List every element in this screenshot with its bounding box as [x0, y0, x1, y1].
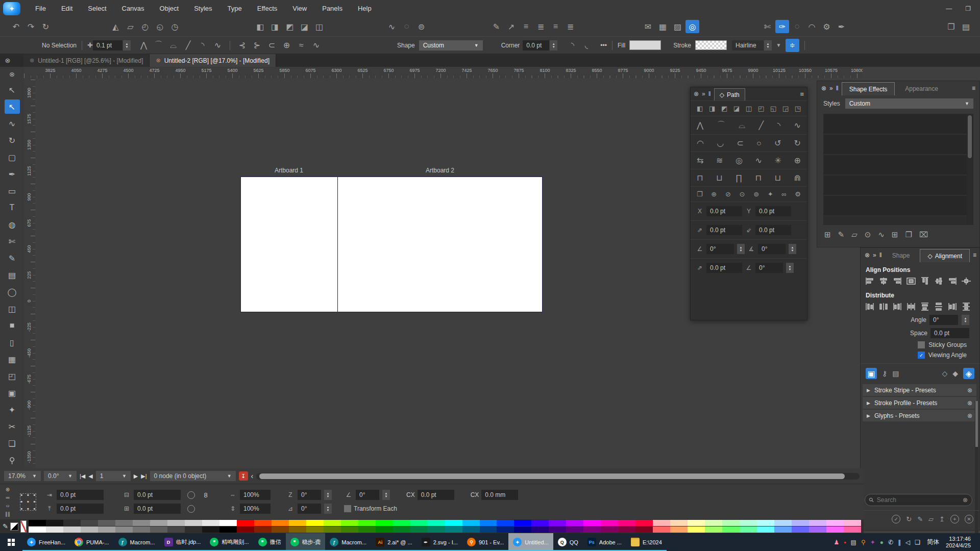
tray-printer-icon[interactable]: ▤	[851, 539, 856, 546]
frame-select-button[interactable]: ▣	[866, 368, 877, 379]
distribute-rows-icon[interactable]: ≡	[549, 20, 562, 33]
stroke-swatch[interactable]	[695, 40, 727, 50]
close-path-icon[interactable]: ○	[756, 139, 762, 148]
snap-target-icon[interactable]: ◎	[685, 20, 699, 33]
color-swatch[interactable]	[514, 527, 531, 533]
menu-item[interactable]: Styles	[186, 0, 219, 17]
color-swatch[interactable]	[653, 527, 670, 533]
flip-icon[interactable]: ◭	[109, 20, 122, 33]
taskbar-app[interactable]: ❞ 精鸣雕刻...	[205, 533, 253, 551]
menu-item[interactable]: Panels	[314, 0, 350, 17]
rotation-select[interactable]: 0.0°▼	[44, 471, 77, 481]
corner-node-icon[interactable]: ⋀	[697, 120, 703, 130]
styles-select[interactable]: Custom▼	[845, 98, 973, 109]
taskbar-app[interactable]: ❞ 稳步-龚	[286, 533, 326, 551]
color-swatch[interactable]	[324, 520, 341, 526]
segment-angle-input[interactable]	[755, 263, 783, 273]
collapse-icon[interactable]: »	[829, 85, 833, 92]
add-icon[interactable]: ⊕	[711, 190, 717, 198]
height-input[interactable]	[134, 504, 181, 514]
rows-icon[interactable]: ═	[6, 495, 9, 500]
add-copy-icon[interactable]: ⊞	[892, 230, 898, 239]
taskbar-app[interactable]: ⚲ 901 - Ev...	[462, 533, 508, 551]
color-swatch[interactable]	[480, 520, 497, 526]
menu-item[interactable]: Edit	[54, 0, 80, 17]
distribute-right-icon[interactable]	[892, 303, 902, 311]
arc-segment-icon[interactable]: ◝	[196, 39, 210, 52]
tab-close-icon[interactable]: ⊗	[156, 57, 160, 64]
viewing-angle-checkbox[interactable]: ✓	[918, 352, 925, 359]
expand-icon[interactable]: ▶	[867, 388, 870, 393]
color-swatch[interactable]	[583, 520, 601, 526]
color-swatch[interactable]	[566, 527, 583, 533]
tab-shape-effects[interactable]: Shape Effects	[842, 82, 895, 95]
taskbar-app[interactable]: Ai 2.ai* @ ...	[371, 533, 416, 551]
wave-icon[interactable]: ∿	[755, 156, 762, 165]
add-effect-icon[interactable]: ⊞	[824, 230, 831, 239]
grip-icon[interactable]: ∥∥	[5, 511, 10, 517]
repeat-icon[interactable]: ↻	[39, 20, 53, 33]
start-button[interactable]	[0, 533, 22, 551]
color-swatch[interactable]	[549, 520, 566, 526]
arc-icon[interactable]: ◠	[805, 20, 819, 33]
color-swatch[interactable]	[289, 520, 306, 526]
insert-node-icon[interactable]: ⊕	[280, 39, 293, 52]
color-swatch[interactable]	[358, 527, 376, 533]
color-swatch[interactable]	[237, 527, 254, 533]
color-swatch[interactable]	[46, 527, 63, 533]
taskbar-app[interactable]: Ps Adobe ...	[583, 533, 626, 551]
hatch-tool[interactable]: ▤	[5, 268, 20, 282]
panel-menu-icon[interactable]: ≡	[973, 252, 976, 259]
no-color-swatch[interactable]	[20, 520, 27, 533]
artboard-2[interactable]	[337, 177, 543, 312]
close-all-icon[interactable]: ⊗	[0, 54, 15, 67]
rotate-input[interactable]	[356, 490, 379, 500]
restore-button[interactable]: ❐	[965, 5, 971, 12]
tray-record-icon[interactable]: ▪	[844, 539, 846, 546]
horizontal-scrollbar[interactable]	[256, 473, 860, 480]
color-swatch[interactable]	[219, 527, 237, 533]
shear-icon[interactable]: ▱	[124, 20, 137, 33]
color-swatch[interactable]	[185, 527, 202, 533]
gear-icon[interactable]: ⚙	[795, 190, 801, 198]
color-swatch[interactable]	[549, 527, 566, 533]
color-swatch[interactable]	[635, 520, 653, 526]
stepper[interactable]: ▲▼	[324, 490, 332, 500]
gap-icon[interactable]: ⊓	[755, 173, 762, 183]
page-select[interactable]: 1▼	[96, 471, 131, 481]
brush-tool[interactable]: ✎	[5, 251, 20, 265]
color-swatch[interactable]	[81, 520, 98, 526]
color-swatch[interactable]	[341, 520, 358, 526]
page-jump-button[interactable]: ↧	[239, 471, 248, 481]
rectangle-tool[interactable]: ▭	[5, 184, 20, 198]
dashed-select-icon[interactable]: ◌	[790, 20, 804, 33]
skew-y-input[interactable]	[298, 504, 321, 514]
color-swatch[interactable]	[150, 520, 167, 526]
align-right-icon[interactable]	[892, 277, 902, 285]
x-offset-input[interactable]	[57, 490, 104, 500]
zoom-select[interactable]: 17.0%▼	[4, 471, 41, 481]
open-path-icon[interactable]: ⊂	[737, 138, 743, 148]
color-swatch[interactable]	[445, 527, 462, 533]
envelope-icon[interactable]: ✉	[641, 20, 655, 33]
stripe-icon[interactable]: ≋	[716, 156, 723, 165]
color-swatch[interactable]	[792, 527, 809, 533]
image-tool[interactable]: ◰	[5, 369, 20, 383]
crop-icon[interactable]: ◲	[782, 105, 789, 112]
color-swatch[interactable]	[601, 520, 618, 526]
color-swatch[interactable]	[792, 520, 809, 526]
smooth-node-icon[interactable]: ⌒	[152, 39, 165, 52]
color-swatch[interactable]	[115, 527, 133, 533]
taskbar-app[interactable]: ✦ FreeHan...	[22, 533, 70, 551]
search-clear-icon[interactable]: ⊗	[963, 496, 968, 504]
taskbar-app[interactable]: ƒ Macrom...	[325, 533, 371, 551]
panel-menu-icon[interactable]: ≡	[972, 85, 975, 92]
color-swatch[interactable]	[774, 520, 792, 526]
intersect-icon[interactable]: ◩	[283, 20, 297, 33]
edit-icon[interactable]: ✎	[917, 515, 923, 523]
chain-icon[interactable]: ∞	[781, 190, 786, 198]
color-swatch[interactable]	[480, 527, 497, 533]
scrollbar-thumb[interactable]	[968, 115, 972, 158]
stroke-mixer-button[interactable]: ≑	[786, 39, 799, 52]
grid-tool[interactable]: ▦	[5, 352, 20, 366]
